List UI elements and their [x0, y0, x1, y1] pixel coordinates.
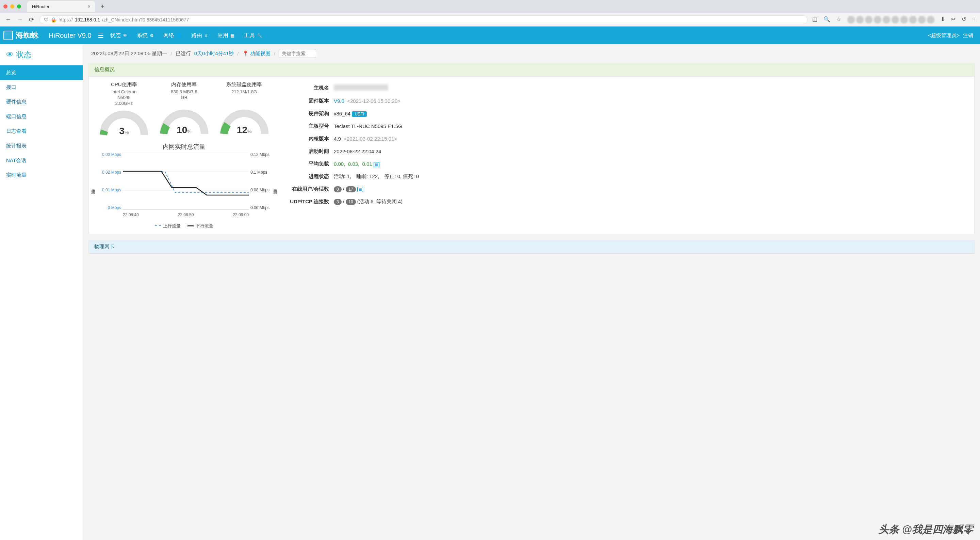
- uptime-value: 0天0小时4分41秒: [194, 50, 234, 57]
- eye-icon: 👁: [6, 50, 14, 59]
- grid-icon: ▦: [231, 33, 234, 38]
- y-axis-right: 0.12 Mbps0.1 Mbps0.08 Mbps0.06 Mbps: [250, 152, 272, 210]
- new-tab-button[interactable]: +: [98, 3, 107, 10]
- url-path: /zh_CN/index.htm?0.8364514111560677: [102, 17, 189, 22]
- sidebar-item-hardware[interactable]: 硬件信息: [0, 95, 83, 109]
- nav-route[interactable]: 路由⤨: [191, 32, 208, 39]
- top-nav: 状态👁 系统⚙ 网络🌐 路由⤨ 应用▦ 工具🔧: [110, 32, 262, 39]
- toolbar-icons: ◫ 🔍 ☆ ⬇ ✂ ↺ ≡: [812, 16, 975, 24]
- insecure-icon: 🔒: [51, 17, 56, 22]
- menu-icon[interactable]: ≡: [972, 16, 975, 24]
- shield-icon: 🛡: [44, 17, 49, 22]
- tab-title: HiRouter: [32, 4, 49, 9]
- app-title: HiRouter V9.0: [49, 32, 92, 40]
- nav-tools[interactable]: 工具🔧: [244, 32, 262, 39]
- panel-nic: 物理网卡: [89, 240, 975, 254]
- gauge-memory: 内存使用率 830.8 MB/7.6GB 10%: [157, 81, 211, 137]
- tab-bar: HiRouter × +: [0, 0, 980, 13]
- x-axis: 22:08:4022:08:5022:09:00: [123, 211, 249, 218]
- uptime-label: 已运行: [176, 50, 191, 57]
- nav-status[interactable]: 状态👁: [110, 32, 127, 39]
- url-protocol: https://: [59, 17, 73, 22]
- system-info: 主机名 固件版本V9.0 <2021-12-06 15:30:20> 硬件架构x…: [279, 81, 967, 229]
- search-input[interactable]: [279, 49, 316, 58]
- datetime: 2022年08月22日 22:09:05 星期一: [91, 50, 167, 57]
- panel-overview: 信息概况 CPU使用率 Intel CeleronN50952.00GHz 3: [89, 63, 975, 234]
- y-axis-left: 0.03 Mbps0.02 Mbps0.01 Mbps0 Mbps: [95, 152, 121, 210]
- uefi-badge: UEFI: [352, 112, 366, 117]
- gear-icon: ⚙: [150, 33, 154, 38]
- sidebar-item-interface[interactable]: 接口: [0, 80, 83, 95]
- nav-network[interactable]: 网络🌐: [163, 32, 182, 39]
- bookmark-icon[interactable]: ☆: [837, 16, 841, 24]
- hamburger-icon[interactable]: ☰: [98, 31, 104, 40]
- app-header: 海蜘蛛 HiRouter V9.0 ☰ 状态👁 系统⚙ 网络🌐 路由⤨ 应用▦ …: [0, 27, 980, 44]
- logo-icon: [3, 31, 13, 40]
- chart-icon[interactable]: ▦: [357, 187, 363, 192]
- browser-tab[interactable]: HiRouter ×: [27, 1, 95, 12]
- url-host: 192.168.0.1: [75, 17, 100, 22]
- sidebar-item-traffic[interactable]: 实时流量: [0, 168, 83, 183]
- sidebar-item-port[interactable]: 端口信息: [0, 109, 83, 124]
- logout-link[interactable]: 注销: [963, 32, 973, 39]
- logo[interactable]: 海蜘蛛: [0, 30, 43, 40]
- sidebar-item-overview[interactable]: 总览: [0, 65, 83, 80]
- eye-icon: 👁: [123, 33, 127, 38]
- traffic-plot: [123, 152, 249, 210]
- shuffle-icon: ⤨: [204, 33, 208, 38]
- chart-legend: 上行流量 下行流量: [95, 223, 272, 229]
- extension-icons: [847, 16, 934, 24]
- breadcrumb: 2022年08月22日 22:09:05 星期一 / 已运行 0天0小时4分41…: [89, 44, 975, 63]
- window-controls: [3, 5, 21, 8]
- logo-text: 海蜘蛛: [16, 30, 39, 40]
- back-button[interactable]: ←: [5, 16, 11, 23]
- window-close[interactable]: [3, 5, 8, 8]
- sidebar-item-nat[interactable]: NAT会话: [0, 153, 83, 168]
- gauge-cpu: CPU使用率 Intel CeleronN50952.00GHz 3%: [97, 81, 151, 137]
- globe-icon: 🌐: [176, 33, 182, 38]
- wrench-icon: 🔧: [257, 33, 262, 38]
- nav-app[interactable]: 应用▦: [218, 32, 234, 39]
- function-view-link[interactable]: 📍 功能视图: [242, 50, 270, 57]
- nav-system[interactable]: 系统⚙: [137, 32, 154, 39]
- address-bar: ← → ⟳ 🛡 🔒 https://192.168.0.1/zh_CN/inde…: [0, 13, 980, 27]
- user-role: <超级管理员>: [928, 32, 959, 39]
- history-icon[interactable]: ↺: [962, 16, 966, 24]
- watermark: 头条 @我是四海飘零: [878, 522, 973, 537]
- sidebar-item-log[interactable]: 日志查看: [0, 124, 83, 139]
- panel-header-nic: 物理网卡: [89, 240, 974, 254]
- sidebar-item-stats[interactable]: 统计报表: [0, 139, 83, 153]
- sidebar: 👁 状态 总览 接口 硬件信息 端口信息 日志查看 统计报表 NAT会话 实时流…: [0, 44, 83, 540]
- panel-header-overview: 信息概况: [89, 63, 974, 76]
- gauges: CPU使用率 Intel CeleronN50952.00GHz 3% 内存: [95, 81, 272, 137]
- content: 2022年08月22日 22:09:05 星期一 / 已运行 0天0小时4分41…: [83, 44, 980, 540]
- zoom-icon[interactable]: 🔍: [824, 16, 830, 24]
- window-maximize[interactable]: [17, 5, 21, 8]
- sidebar-title: 👁 状态: [0, 44, 83, 65]
- browser-chrome: HiRouter × + ← → ⟳ 🛡 🔒 https://192.168.0…: [0, 0, 980, 27]
- download-icon[interactable]: ⬇: [940, 16, 945, 24]
- close-icon[interactable]: ×: [88, 4, 91, 9]
- chart-icon[interactable]: ▦: [374, 162, 379, 167]
- user-area: <超级管理员> 注销: [928, 32, 973, 39]
- traffic-chart: 内网实时总流量 上行流量 下行流量 0.03 Mbps0.02 Mbps0.01…: [95, 143, 272, 229]
- translate-icon[interactable]: ◫: [812, 16, 817, 24]
- reload-button[interactable]: ⟳: [28, 16, 35, 24]
- gauge-disk: 系统磁盘使用率 212.1M/1.8G 12%: [217, 81, 272, 137]
- url-input[interactable]: 🛡 🔒 https://192.168.0.1/zh_CN/index.htm?…: [40, 15, 808, 24]
- forward-button[interactable]: →: [16, 16, 23, 23]
- scissors-icon[interactable]: ✂: [951, 16, 956, 24]
- hostname-value: [334, 84, 388, 91]
- window-minimize[interactable]: [10, 5, 14, 8]
